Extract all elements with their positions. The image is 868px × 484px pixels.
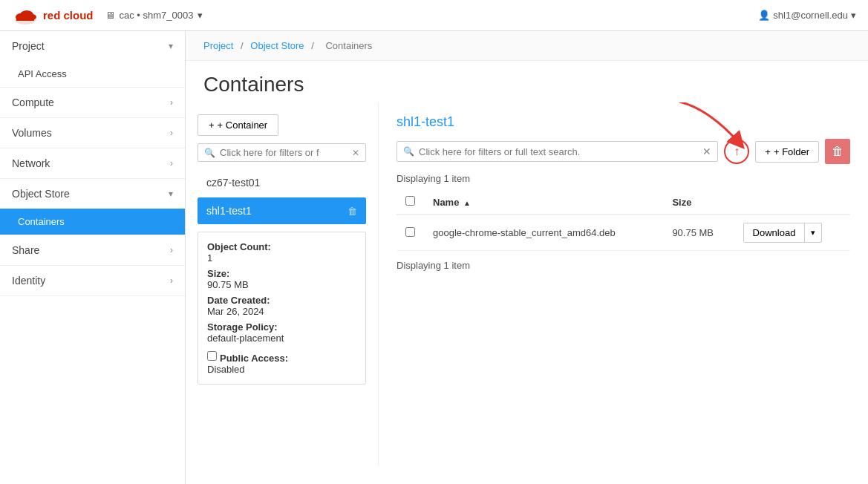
sidebar-item-compute[interactable]: Compute › bbox=[0, 88, 185, 117]
sidebar-item-project[interactable]: Project ▾ bbox=[0, 31, 185, 61]
size-label: Size: bbox=[207, 268, 356, 279]
sidebar-section-volumes: Volumes › bbox=[0, 118, 185, 148]
breadcrumb-project[interactable]: Project bbox=[203, 40, 233, 51]
logo-icon bbox=[12, 5, 39, 26]
chevron-right-icon: › bbox=[170, 275, 173, 286]
public-access-row: Public Access: bbox=[207, 348, 356, 364]
sidebar: Project ▾ API Access Compute › Volumes › bbox=[0, 31, 186, 484]
right-filter-clear[interactable]: ✕ bbox=[702, 145, 711, 157]
sidebar-item-network[interactable]: Network › bbox=[0, 148, 185, 178]
add-folder-button[interactable]: + + Folder bbox=[755, 141, 819, 163]
chevron-down-icon: ▾ bbox=[169, 41, 173, 51]
date-created-value: Mar 26, 2024 bbox=[207, 306, 356, 317]
sidebar-item-identity[interactable]: Identity › bbox=[0, 266, 185, 295]
sidebar-item-volumes[interactable]: Volumes › bbox=[0, 118, 185, 148]
chevron-down-icon: ▾ bbox=[169, 189, 173, 199]
actions-column-header bbox=[734, 190, 850, 215]
navbar-right[interactable]: 👤 shl1@cornell.edu ▾ bbox=[758, 10, 856, 21]
chevron-right-icon: › bbox=[170, 128, 173, 138]
public-access-label: Public Access: bbox=[220, 353, 288, 364]
page-title: Containers bbox=[186, 61, 868, 102]
upload-icon: ↑ bbox=[734, 145, 740, 158]
sidebar-section-share: Share › bbox=[0, 235, 185, 266]
container-item-1[interactable]: cz67-test01 bbox=[198, 169, 366, 196]
table-row: google-chrome-stable_current_amd64.deb 9… bbox=[397, 215, 850, 251]
date-created-label: Date Created: bbox=[207, 295, 356, 306]
storage-policy-label: Storage Policy: bbox=[207, 321, 356, 333]
navbar: red cloud 🖥 cac • shm7_0003 ▾ 👤 shl1@cor… bbox=[0, 0, 868, 31]
project-selector-text: cac • shm7_0003 bbox=[120, 10, 194, 21]
project-selector[interactable]: 🖥 cac • shm7_0003 ▾ bbox=[105, 10, 203, 21]
container-detail: Object Count: 1 Size: 90.75 MB Date Crea… bbox=[198, 232, 366, 385]
add-container-button[interactable]: + + Container bbox=[198, 114, 278, 136]
table-body: google-chrome-stable_current_amd64.deb 9… bbox=[397, 215, 850, 251]
clear-icon[interactable]: ✕ bbox=[352, 148, 359, 158]
upload-button[interactable]: ↑ bbox=[724, 139, 749, 164]
download-btn-group: Download ▾ bbox=[743, 223, 823, 243]
table-header: Name ▲ Size bbox=[397, 190, 850, 215]
server-icon: 🖥 bbox=[105, 10, 115, 21]
select-all-checkbox[interactable] bbox=[405, 196, 415, 206]
container-item-2[interactable]: shl1-test1 🗑 bbox=[198, 197, 366, 224]
object-count-label: Object Count: bbox=[207, 241, 356, 252]
left-panel: + + Container 🔍 ✕ cz67-test01 shl1-test1… bbox=[186, 102, 379, 466]
trash-icon: 🗑 bbox=[832, 145, 843, 158]
search-icon: 🔍 bbox=[204, 148, 215, 158]
objects-table: Name ▲ Size google-chrome-stabl bbox=[397, 190, 850, 251]
displaying-text-bottom: Displaying 1 item bbox=[397, 260, 850, 271]
logo-text: red cloud bbox=[43, 9, 94, 22]
sidebar-item-share[interactable]: Share › bbox=[0, 235, 185, 265]
main-content: Project / Object Store / Containers Cont… bbox=[186, 31, 868, 484]
container-item-row: shl1-test1 🗑 bbox=[206, 205, 357, 217]
row-checkbox[interactable] bbox=[405, 227, 415, 237]
chevron-down-icon: ▾ bbox=[198, 10, 203, 21]
public-access-checkbox[interactable] bbox=[207, 351, 217, 361]
name-column-header[interactable]: Name ▲ bbox=[424, 190, 663, 215]
sidebar-section-compute: Compute › bbox=[0, 88, 185, 118]
size-column-header: Size bbox=[663, 190, 734, 215]
breadcrumb: Project / Object Store / Containers bbox=[186, 31, 868, 61]
object-count-value: 1 bbox=[207, 252, 356, 264]
right-panel: shl1-test1 🔍 ✕ ↑ bbox=[379, 102, 868, 466]
download-dropdown-button[interactable]: ▾ bbox=[805, 224, 821, 241]
select-all-header bbox=[397, 190, 424, 215]
upload-button-area: ↑ bbox=[724, 139, 749, 164]
right-filter-row: 🔍 ✕ ↑ bbox=[397, 139, 850, 164]
delete-container-icon[interactable]: 🗑 bbox=[347, 206, 357, 217]
navbar-user: shl1@cornell.edu bbox=[773, 10, 848, 21]
add-icon: + bbox=[209, 120, 215, 131]
chevron-right-icon: › bbox=[170, 97, 173, 108]
logo[interactable]: red cloud bbox=[12, 5, 94, 26]
breadcrumb-object-store[interactable]: Object Store bbox=[250, 40, 304, 51]
delete-button[interactable]: 🗑 bbox=[825, 139, 850, 164]
sidebar-item-api-access[interactable]: API Access bbox=[0, 61, 185, 87]
size-value: 90.75 MB bbox=[207, 279, 356, 290]
sort-arrow-icon: ▲ bbox=[463, 199, 471, 207]
sidebar-item-containers[interactable]: Containers bbox=[0, 209, 185, 235]
container-name-header: shl1-test1 bbox=[397, 114, 850, 130]
breadcrumb-containers: Containers bbox=[325, 40, 372, 51]
user-icon: 👤 bbox=[758, 10, 770, 21]
content-area: + + Container 🔍 ✕ cz67-test01 shl1-test1… bbox=[186, 102, 868, 466]
breadcrumb-sep2: / bbox=[311, 40, 314, 51]
left-filter-wrap: 🔍 ✕ bbox=[198, 143, 366, 162]
folder-icon: + bbox=[765, 146, 771, 157]
left-filter-input[interactable] bbox=[220, 147, 347, 158]
sidebar-item-object-store[interactable]: Object Store ▾ bbox=[0, 179, 185, 209]
file-size-cell: 90.75 MB bbox=[663, 215, 734, 251]
right-filter-wrap: 🔍 ✕ bbox=[397, 141, 718, 162]
right-filter-input[interactable] bbox=[419, 146, 698, 157]
sidebar-section-network: Network › bbox=[0, 148, 185, 179]
navbar-chevron: ▾ bbox=[851, 10, 856, 21]
sidebar-section-identity: Identity › bbox=[0, 266, 185, 296]
breadcrumb-sep1: / bbox=[241, 40, 244, 51]
sidebar-section-object-store: Object Store ▾ Containers bbox=[0, 179, 185, 235]
chevron-right-icon: › bbox=[170, 158, 173, 169]
download-button[interactable]: Download bbox=[744, 223, 806, 242]
row-checkbox-cell bbox=[397, 215, 424, 251]
storage-policy-value: default-placement bbox=[207, 333, 356, 344]
search-icon: 🔍 bbox=[403, 146, 414, 157]
actions-cell: Download ▾ bbox=[734, 215, 850, 251]
sidebar-project-label: Project bbox=[12, 40, 45, 52]
sidebar-section-project: Project ▾ API Access bbox=[0, 31, 185, 88]
